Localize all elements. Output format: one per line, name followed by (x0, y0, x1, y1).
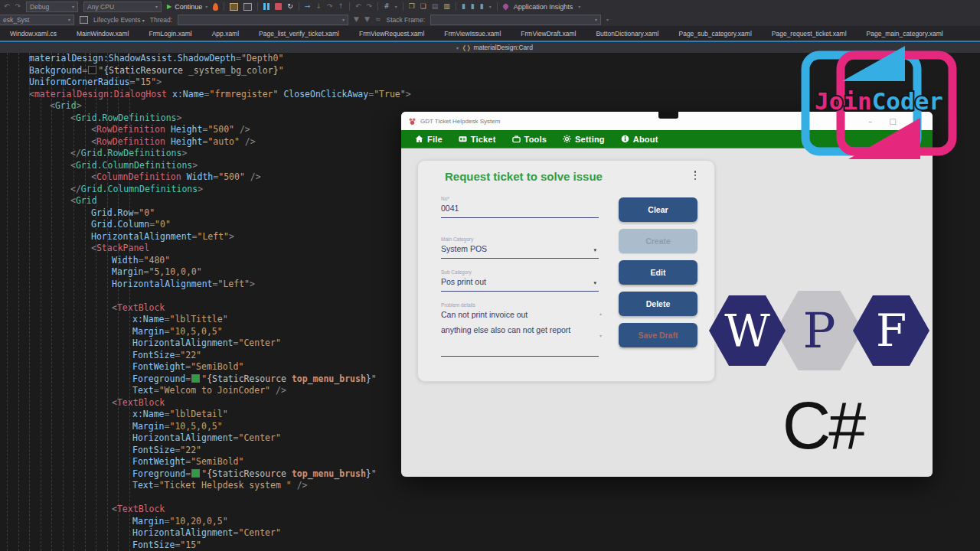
menu-item-file[interactable]: File (410, 135, 447, 144)
code-line: Foreground="{StaticResource top_menu_bru… (0, 373, 406, 386)
editor-tab[interactable]: Page_request_ticket.xaml (762, 30, 857, 37)
wpf-hex-f: F (853, 295, 929, 366)
application-insights-button[interactable]: Application Insights (514, 3, 573, 11)
startup-project-dropdown[interactable]: esk_Syst▾ (0, 15, 74, 25)
menu-item-setting[interactable]: Setting (558, 135, 609, 144)
step-out-icon[interactable]: ↑ (338, 3, 344, 10)
code-line: HorizontalAlignment="Left"> (0, 231, 406, 243)
form-field-problem-details[interactable]: Problem detailsCan not print invoice out… (441, 302, 599, 357)
step-over-icon[interactable]: ↷ (327, 3, 333, 10)
platform-dropdown[interactable]: Any CPU▾ (83, 2, 162, 12)
restart-icon[interactable]: ↻ (287, 3, 293, 10)
bookmark-next-icon[interactable]: ▮ (471, 3, 475, 10)
field-value-line[interactable]: Can not print invoice out (441, 310, 599, 319)
code-line: </Grid.RowDefinitions> (0, 148, 406, 160)
pause-icon[interactable] (263, 3, 270, 10)
select-arrow-icon[interactable]: ▾ (593, 247, 596, 253)
edit-button[interactable]: Edit (619, 260, 697, 285)
app-icon (408, 117, 416, 126)
field-value-line[interactable]: anything else also can not get report (441, 325, 599, 334)
scroll-up-icon[interactable]: ▴ (599, 311, 602, 316)
code-line (0, 492, 406, 504)
svg-text:JoinCoder: JoinCoder (815, 87, 943, 115)
form-field-no[interactable]: No*0041 (441, 196, 599, 218)
scroll-down-icon[interactable]: ▾ (599, 333, 602, 338)
logo-text-coder: Coder (872, 87, 943, 115)
editor-tab[interactable]: FrmLogin.xaml (139, 30, 201, 37)
nav-forward-icon[interactable]: ↷ (15, 3, 21, 10)
hex-display-icon[interactable]: # (384, 3, 390, 10)
field-label: Main Category (441, 236, 599, 242)
editor-tab[interactable]: Page_list_verify_ticket.xaml (249, 30, 349, 37)
menu-item-ticket[interactable]: Ticket (454, 135, 501, 144)
toolbar-separator (224, 2, 224, 11)
code-line: Margin="10,5,0,5" (0, 421, 406, 433)
joincoder-logo: JoinCoder (798, 43, 960, 164)
continue-button[interactable]: ▶ Continue ▾ (167, 3, 207, 11)
breadcrumb-element[interactable]: materialDesign:Card (473, 44, 532, 51)
field-value[interactable]: 0041 (441, 204, 599, 213)
kebab-menu-icon[interactable] (694, 169, 697, 181)
bookmark-prev-icon[interactable]: ▮ (480, 3, 484, 10)
code-line: <RowDefinition Height="auto" /> (0, 136, 406, 148)
delete-button[interactable]: Delete (619, 292, 697, 316)
memory-window-icon[interactable]: ▥ (443, 3, 450, 10)
code-line: Margin="5,10,0,0" (0, 266, 406, 279)
create-button[interactable]: Create (619, 229, 697, 253)
field-value[interactable]: Pos print out (441, 277, 599, 286)
hot-reload-icon[interactable] (213, 3, 218, 11)
editor-tab[interactable]: Page_sub_category.xaml (668, 30, 761, 37)
editor-tab[interactable]: FrmViewDraft.xaml (511, 30, 586, 37)
recording-notch (658, 112, 678, 119)
form-field-sub-category[interactable]: Sub CategoryPos print out▾ (441, 269, 599, 292)
code-line: Margin="10,20,0,5" (0, 516, 406, 528)
watch-window-icon[interactable]: ▤ (432, 3, 439, 10)
clear-button[interactable]: Clear (619, 197, 697, 222)
menu-item-about[interactable]: About (616, 135, 663, 144)
stack-frame-dropdown[interactable]: ▾ (430, 15, 601, 25)
editor-tab[interactable]: FrmViewRequest.xaml (349, 30, 434, 37)
undo-icon[interactable]: ↶ (355, 3, 361, 10)
redo-icon[interactable]: ↷ (367, 3, 373, 10)
thread-dropdown[interactable]: ▾ (178, 15, 348, 25)
output-window-icon[interactable]: ❏ (420, 3, 426, 10)
lifecycle-events-dropdown[interactable]: Lifecycle Events ▾ (93, 16, 145, 24)
code-line: <StackPanel (0, 243, 406, 255)
request-ticket-card: Request ticket to solve issue No*0041Mai… (417, 160, 715, 382)
code-line: Background="{StaticResource _system_bg_c… (0, 65, 406, 77)
menu-item-tools[interactable]: Tools (508, 135, 552, 144)
field-label: Problem details (441, 302, 599, 308)
camera-icon[interactable] (243, 3, 252, 11)
step-into-icon[interactable]: ↓ (315, 3, 322, 10)
field-value[interactable]: System POS (441, 244, 599, 253)
stack-frame-icon: ≈ (375, 16, 381, 23)
select-arrow-icon[interactable]: ▾ (593, 280, 596, 286)
editor-tab[interactable]: FrmViewIssue.xaml (434, 30, 511, 37)
color-swatch-dark (88, 66, 96, 74)
debug-config-dropdown[interactable]: Debug▾ (26, 2, 78, 12)
code-line: FontSize="15" (0, 540, 406, 551)
card-title: Request ticket to solve issue (445, 170, 603, 183)
screen: ↶ ↷ Debug▾ Any CPU▾ ▶ Continue ▾ ↻ → ↓ ↷… (0, 0, 980, 551)
bookmark-icon[interactable]: ▮ (462, 3, 466, 10)
editor-tab[interactable]: Page_main_category.xaml (857, 30, 953, 37)
code-editor[interactable]: materialDesign:ShadowAssist.ShadowDepth=… (0, 53, 406, 551)
save-draft-button[interactable]: Save Draft (619, 323, 697, 347)
form-field-main-category[interactable]: Main CategorySystem POS▾ (441, 236, 599, 259)
editor-tab[interactable]: MainWindow.xaml (67, 30, 139, 37)
filter-icon[interactable]: ▼ (354, 16, 359, 23)
editor-tab[interactable]: Window.xaml.cs (0, 30, 67, 37)
code-line: HorizontalAlignment="Center" (0, 337, 406, 350)
stop-icon[interactable] (275, 3, 282, 10)
textarea-scrollbar[interactable]: ▴▾ (599, 311, 602, 338)
show-next-statement-icon[interactable]: → (305, 3, 311, 10)
code-line: <Grid (0, 195, 406, 207)
screenshot-icon[interactable] (230, 3, 238, 11)
code-line: <materialDesign:DialogHost x:Name="frmre… (0, 89, 406, 101)
editor-tab[interactable]: ButtonDictionary.xaml (586, 30, 668, 37)
editor-tab[interactable]: App.xaml (202, 30, 249, 37)
nav-back-icon[interactable]: ↶ (4, 3, 10, 10)
breakpoints-window-icon[interactable]: ❐ (409, 3, 415, 10)
code-line: <ColumnDefinition Width="500" /> (0, 171, 406, 184)
filter-clear-icon[interactable]: ▼ (364, 16, 370, 23)
